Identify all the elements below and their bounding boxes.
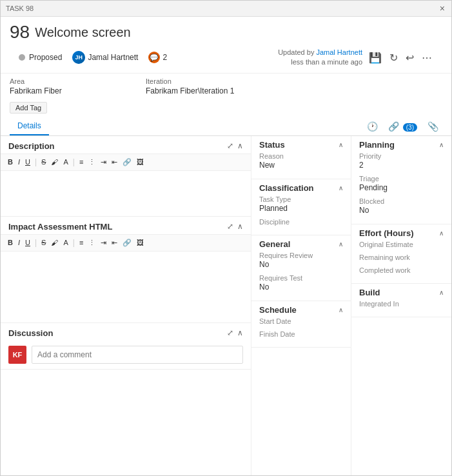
iteration-label: Iteration: [146, 77, 402, 85]
add-tag-button[interactable]: Add Tag: [10, 102, 47, 114]
description-collapse-btn[interactable]: ∧: [237, 141, 243, 150]
blocked-value[interactable]: No: [359, 206, 444, 215]
blocked-field: Blocked No: [359, 197, 444, 215]
ol-btn[interactable]: ⋮: [86, 157, 97, 168]
requires-test-value[interactable]: No: [259, 283, 343, 292]
links-badge: (3): [403, 123, 417, 132]
reason-value[interactable]: New: [259, 161, 343, 170]
impact-indent-btn[interactable]: ⇥: [99, 237, 108, 248]
impact-underline-btn[interactable]: U: [23, 237, 32, 248]
impact-editor[interactable]: [1, 252, 251, 322]
schedule-collapse-btn[interactable]: ∧: [339, 306, 343, 313]
area-value[interactable]: Fabrikam Fiber: [10, 86, 138, 95]
save-icon[interactable]: 💾: [368, 50, 383, 65]
status-label[interactable]: Proposed: [29, 53, 62, 62]
impact-italic-btn[interactable]: I: [16, 237, 22, 248]
font-color-btn[interactable]: A: [61, 157, 70, 167]
task-type-value[interactable]: Planned: [259, 204, 343, 213]
discipline-field: Discipline: [259, 218, 343, 226]
impact-image-btn[interactable]: 🖼: [135, 237, 146, 248]
impact-section: Impact Assessment HTML ⤢ ∧ B I U | S 🖌 A…: [1, 217, 251, 323]
impact-highlight-btn[interactable]: 🖌: [49, 237, 60, 248]
toolbar-sep3: |: [35, 238, 37, 247]
link-btn[interactable]: 🔗: [121, 157, 133, 168]
impact-collapse-btn[interactable]: ∧: [237, 222, 243, 231]
header-right: Updated by Jamal Hartnett less than a mi…: [278, 48, 433, 68]
impact-link-btn[interactable]: 🔗: [121, 237, 133, 248]
updated-user[interactable]: Jamal Hartnett: [316, 48, 362, 56]
indent-btn[interactable]: ⇥: [99, 157, 108, 168]
priority-value[interactable]: 2: [359, 161, 444, 170]
description-icons: ⤢ ∧: [227, 141, 243, 150]
italic-btn[interactable]: I: [16, 157, 22, 167]
tab-details[interactable]: Details: [10, 117, 49, 135]
outdent-btn[interactable]: ⇤: [110, 157, 119, 168]
left-panel: Description ⤢ ∧ B I U | S 🖌 A | ≡ ⋮: [1, 136, 251, 475]
links-icon-btn[interactable]: 🔗 (3): [384, 119, 421, 134]
planning-collapse-btn[interactable]: ∧: [439, 141, 444, 148]
impact-outdent-btn[interactable]: ⇤: [110, 237, 119, 248]
task-number: 98: [10, 22, 30, 43]
build-collapse-btn[interactable]: ∧: [439, 289, 444, 296]
impact-ul-btn[interactable]: ≡: [77, 237, 85, 248]
impact-bold-btn[interactable]: B: [6, 237, 15, 248]
effort-collapse-btn[interactable]: ∧: [439, 230, 444, 237]
triage-value[interactable]: Pending: [359, 183, 444, 192]
impact-expand-btn[interactable]: ⤢: [227, 222, 233, 231]
task-window: TASK 98 × 98 Welcome screen Proposed JH: [0, 0, 452, 476]
description-section: Description ⤢ ∧ B I U | S 🖌 A | ≡ ⋮: [1, 136, 251, 217]
updated-time: less than a minute ago: [291, 58, 362, 66]
task-name: Welcome screen: [35, 25, 131, 40]
impact-header: Impact Assessment HTML ⤢ ∧: [1, 217, 251, 234]
updated-prefix: Updated by: [278, 48, 314, 56]
build-title: Build: [359, 288, 380, 297]
comment-icon: 💬: [150, 54, 159, 62]
status-collapse-btn[interactable]: ∧: [339, 141, 343, 148]
iteration-value[interactable]: Fabrikam Fiber\Iteration 1: [146, 86, 402, 95]
description-title: Description: [8, 141, 55, 151]
links-icon: 🔗: [388, 121, 399, 132]
classification-collapse-btn[interactable]: ∧: [339, 184, 343, 192]
attachment-icon-btn[interactable]: 📎: [424, 119, 442, 134]
avatar: JH: [72, 51, 85, 64]
tab-right-icons: 🕐 🔗 (3) 📎: [363, 119, 442, 134]
toolbar-sep2: |: [73, 157, 75, 166]
requires-test-label: Requires Test: [259, 274, 343, 282]
impact-strikethrough-btn[interactable]: S: [39, 237, 48, 248]
build-header: Build ∧: [359, 288, 444, 297]
image-btn[interactable]: 🖼: [135, 157, 146, 167]
general-collapse-btn[interactable]: ∧: [339, 241, 343, 248]
discussion-collapse-btn[interactable]: ∧: [237, 328, 243, 337]
priority-label: Priority: [359, 152, 444, 160]
schedule-header: Schedule ∧: [259, 305, 343, 315]
highlight-btn[interactable]: 🖌: [49, 157, 60, 167]
undo-icon[interactable]: ↩: [404, 50, 415, 65]
description-expand-btn[interactable]: ⤢: [227, 141, 233, 150]
toolbar-sep1: |: [35, 157, 37, 166]
ul-btn[interactable]: ≡: [77, 157, 85, 167]
area-field: Area Fabrikam Fiber: [10, 77, 138, 95]
bold-btn[interactable]: B: [6, 157, 15, 167]
comment-badge[interactable]: 💬: [148, 52, 160, 63]
discussion-expand-btn[interactable]: ⤢: [227, 328, 233, 337]
strikethrough-btn[interactable]: S: [39, 157, 48, 167]
assignee-name[interactable]: Jamal Hartnett: [88, 53, 138, 62]
requires-review-value[interactable]: No: [259, 260, 343, 269]
schedule-title: Schedule: [259, 305, 297, 315]
impact-ol-btn[interactable]: ⋮: [86, 237, 97, 248]
triage-field: Triage Pending: [359, 175, 444, 192]
close-button[interactable]: ×: [438, 3, 446, 14]
comment-input[interactable]: [32, 346, 243, 364]
refresh-icon[interactable]: ↻: [388, 50, 399, 65]
impact-font-color-btn[interactable]: A: [61, 237, 70, 248]
title-bar: TASK 98 ×: [1, 1, 451, 17]
history-icon-btn[interactable]: 🕐: [363, 119, 382, 134]
requires-review-label: Requires Review: [259, 252, 343, 259]
effort-section: Effort (Hours) ∧ Original Estimate Remai…: [351, 224, 451, 284]
underline-btn[interactable]: U: [23, 157, 32, 167]
more-icon[interactable]: ⋯: [420, 50, 433, 65]
comments-area: 💬 2: [148, 52, 167, 63]
description-editor[interactable]: [1, 171, 251, 216]
status-dot: [19, 54, 25, 61]
classification-section: Classification ∧ Task Type Planned Disci…: [251, 179, 351, 235]
